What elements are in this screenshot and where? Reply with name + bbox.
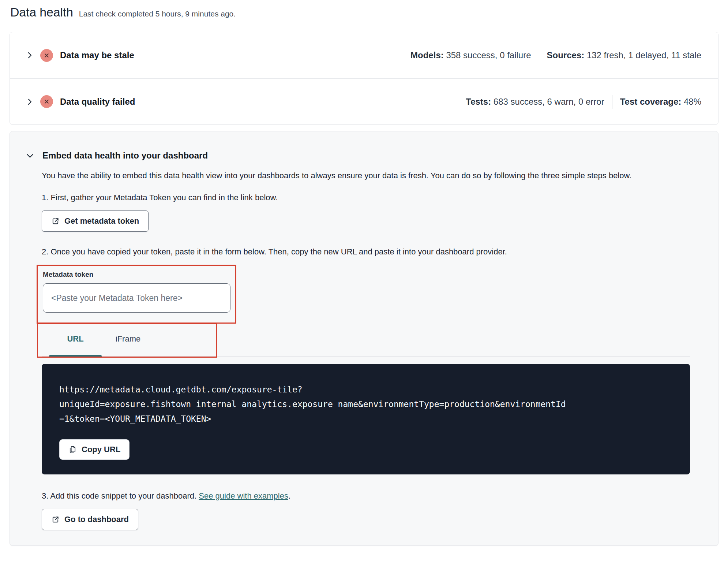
tab-url[interactable]: URL	[49, 327, 102, 356]
embed-url-line: uniqueId=exposure.fishtown_internal_anal…	[59, 397, 672, 411]
copy-icon	[68, 446, 77, 454]
embed-url-line: https://metadata.cloud.getdbt.com/exposu…	[59, 382, 672, 397]
tests-stat-label: Tests:	[466, 97, 491, 107]
tabs-row: URL iFrame	[42, 327, 690, 357]
chevron-right-icon[interactable]	[25, 51, 34, 60]
error-status-icon	[40, 95, 53, 108]
status-row-quality[interactable]: Data quality failed Tests: 683 success, …	[10, 78, 718, 124]
get-metadata-token-label: Get metadata token	[64, 216, 139, 226]
stat-divider	[612, 95, 612, 109]
step-3-suffix: .	[288, 491, 290, 500]
metadata-token-annotation-box: Metadata token	[37, 265, 236, 324]
copy-url-label: Copy URL	[82, 445, 120, 454]
data-health-status-card: Data may be stale Models: 358 success, 0…	[10, 32, 718, 125]
embed-section-body: You have the ability to embed this data …	[42, 169, 690, 530]
step-1-text: 1. First, gather your Metadata Token you…	[42, 193, 690, 202]
tests-stat-value: 683 success, 6 warn, 0 error	[494, 97, 604, 107]
status-row-title: Data quality failed	[60, 97, 135, 107]
error-status-icon	[40, 49, 53, 62]
embed-section-header[interactable]: Embed data health into your dashboard	[25, 150, 690, 161]
chevron-down-icon[interactable]	[25, 151, 35, 160]
last-check-status: Last check completed 5 hours, 9 minutes …	[79, 10, 236, 18]
test-coverage-label: Test coverage:	[620, 97, 682, 107]
go-to-dashboard-button[interactable]: Go to dashboard	[42, 509, 138, 530]
sources-stat-label: Sources:	[547, 50, 585, 60]
embed-section-panel: Embed data health into your dashboard Yo…	[10, 131, 718, 546]
step-2-text: 2. Once you have copied your token, past…	[42, 247, 690, 257]
status-row-title: Data may be stale	[60, 50, 134, 60]
embed-description: You have the ability to embed this data …	[42, 169, 678, 182]
sources-stat-value: 132 fresh, 1 delayed, 11 stale	[587, 50, 701, 60]
tab-iframe[interactable]: iFrame	[102, 327, 154, 356]
output-format-tabs: URL iFrame	[42, 327, 690, 357]
step-3-prefix: 3. Add this code snippet to your dashboa…	[42, 491, 199, 500]
test-coverage-stat: Test coverage: 48%	[620, 97, 701, 107]
models-stat-label: Models:	[410, 50, 444, 60]
test-coverage-value: 48%	[684, 97, 701, 107]
stat-divider	[539, 48, 539, 62]
models-stat-value: 358 success, 0 failure	[446, 50, 531, 60]
tab-iframe-label: iFrame	[116, 334, 140, 343]
tab-url-label: URL	[67, 334, 83, 343]
active-tab-indicator	[49, 355, 102, 357]
step-3-text: 3. Add this code snippet to your dashboa…	[42, 491, 690, 501]
metadata-token-input[interactable]	[43, 283, 230, 313]
status-row-stale[interactable]: Data may be stale Models: 358 success, 0…	[10, 32, 718, 78]
sources-stat: Sources: 132 fresh, 1 delayed, 11 stale	[547, 50, 701, 60]
embed-section-title: Embed data health into your dashboard	[42, 150, 208, 161]
go-to-dashboard-label: Go to dashboard	[64, 515, 129, 524]
metadata-token-label: Metadata token	[43, 271, 229, 279]
external-link-icon	[51, 217, 60, 225]
copy-url-button[interactable]: Copy URL	[59, 439, 130, 460]
chevron-right-icon[interactable]	[25, 97, 34, 106]
external-link-icon	[51, 515, 60, 524]
models-stat: Models: 358 success, 0 failure	[410, 50, 531, 60]
status-row-stats: Models: 358 success, 0 failure Sources: …	[410, 48, 701, 62]
status-row-stats: Tests: 683 success, 6 warn, 0 error Test…	[466, 95, 701, 109]
page-title: Data health	[10, 5, 73, 19]
tests-stat: Tests: 683 success, 6 warn, 0 error	[466, 97, 604, 107]
embed-url-code-block: https://metadata.cloud.getdbt.com/exposu…	[42, 364, 690, 474]
see-guide-link[interactable]: See guide with examples	[199, 491, 288, 500]
embed-url-line: =1&token=<YOUR_METADATA_TOKEN>	[59, 411, 672, 426]
get-metadata-token-button[interactable]: Get metadata token	[42, 210, 149, 232]
page-header: Data health Last check completed 5 hours…	[10, 5, 718, 19]
